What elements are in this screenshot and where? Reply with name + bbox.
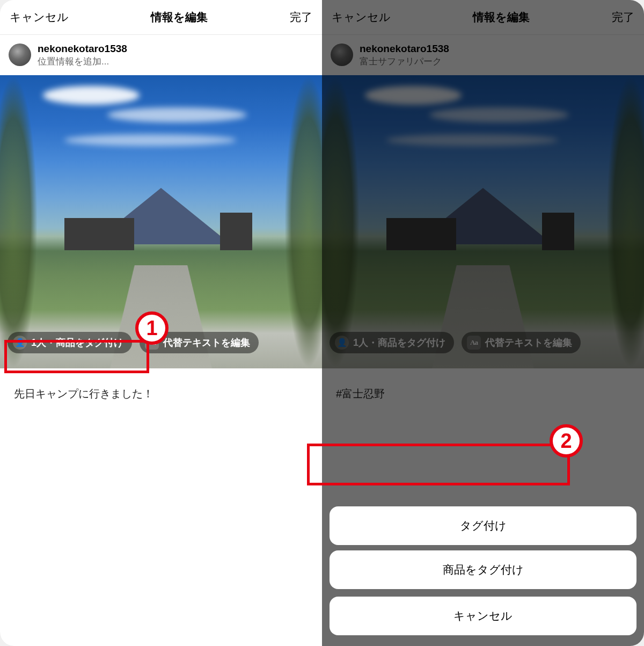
edit-alt-text-label: 代替テキストを編集 [485, 336, 572, 349]
tag-people-label: 1人・商品をタグ付け [31, 336, 123, 349]
post-photo[interactable]: 👤 1人・商品をタグ付け Aa 代替テキストを編集 [322, 75, 644, 368]
header: キャンセル 情報を編集 完了 [0, 0, 322, 34]
user-row: nekonekotaro1538 富士サファリパーク [322, 35, 644, 75]
caption-input[interactable]: #富士忍野 [322, 368, 644, 419]
done-button[interactable]: 完了 [290, 10, 312, 25]
right-screen: キャンセル 情報を編集 完了 nekonekotaro1538 富士サファリパー… [322, 0, 644, 646]
sheet-cancel-button[interactable]: キャンセル [330, 597, 636, 635]
photo-overlay-buttons: 👤 1人・商品をタグ付け Aa 代替テキストを編集 [330, 332, 636, 353]
header: キャンセル 情報を編集 完了 [322, 0, 644, 34]
username: nekonekotaro1538 [360, 42, 449, 56]
username: nekonekotaro1538 [38, 42, 127, 56]
tag-people-pill[interactable]: 👤 1人・商品をタグ付け [330, 332, 454, 353]
photo-scene [322, 75, 644, 368]
user-row: nekonekotaro1538 位置情報を追加... [0, 35, 322, 75]
tag-people-pill[interactable]: 👤 1人・商品をタグ付け [8, 332, 132, 353]
edit-alt-text-label: 代替テキストを編集 [163, 336, 250, 349]
add-location-button[interactable]: 位置情報を追加... [38, 56, 127, 68]
sheet-tag-product-button[interactable]: 商品をタグ付け [330, 550, 636, 589]
cancel-button[interactable]: キャンセル [332, 10, 391, 25]
cancel-button[interactable]: キャンセル [10, 10, 69, 25]
page-title: 情報を編集 [473, 10, 530, 25]
caption-input[interactable]: 先日キャンプに行きました！ [0, 368, 322, 419]
page-title: 情報を編集 [151, 10, 208, 25]
done-button[interactable]: 完了 [612, 10, 634, 25]
tag-people-label: 1人・商品をタグ付け [353, 336, 445, 349]
person-icon: 👤 [335, 336, 349, 350]
location-label[interactable]: 富士サファリパーク [360, 56, 449, 68]
annotation-badge-1: 1 [135, 311, 169, 345]
sheet-tag-people-button[interactable]: タグ付け [330, 506, 636, 545]
aa-icon: Aa [467, 336, 481, 350]
action-sheet: タグ付け 商品をタグ付け キャンセル [330, 506, 636, 635]
annotation-badge-2: 2 [550, 424, 583, 458]
edit-alt-text-pill[interactable]: Aa 代替テキストを編集 [462, 332, 581, 353]
avatar[interactable] [331, 43, 353, 66]
avatar[interactable] [9, 43, 31, 66]
person-icon: 👤 [13, 336, 27, 350]
